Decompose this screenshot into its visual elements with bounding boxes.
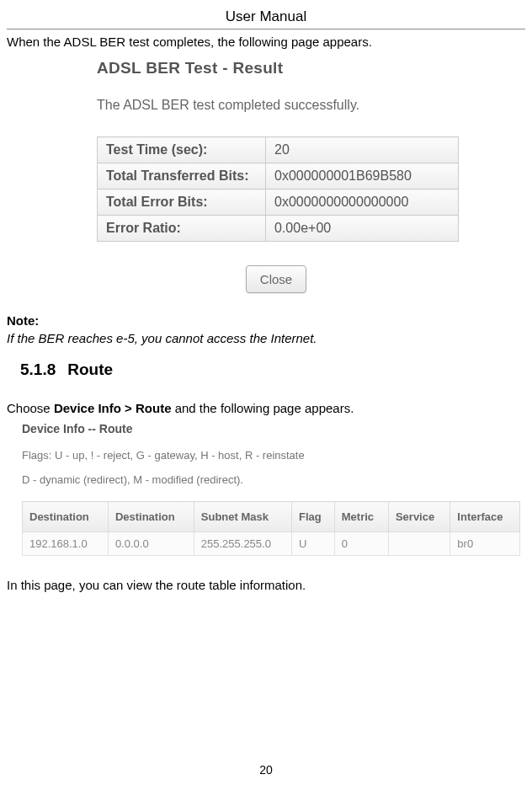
page-number: 20 [0, 763, 532, 777]
route-cell: 192.168.1.0 [23, 532, 109, 556]
ber-row-label: Error Ratio: [98, 216, 266, 242]
ber-result-table: Test Time (sec): 20 Total Transferred Bi… [97, 136, 459, 242]
note-label: Note: [7, 313, 525, 328]
note-text: If the BER reaches e-5, you cannot acces… [7, 331, 525, 345]
route-cell: 255.255.255.0 [194, 532, 291, 556]
route-header-cell: Interface [450, 502, 520, 532]
choose-post: and the following page appears. [172, 401, 354, 415]
choose-bold: Device Info > Route [54, 401, 172, 415]
route-header-row: Destination Destination Subnet Mask Flag… [23, 502, 520, 532]
route-flags-line2: D - dynamic (redirect), M - modified (re… [22, 473, 525, 486]
route-header-cell: Metric [334, 502, 388, 532]
route-header-cell: Flag [292, 502, 335, 532]
route-header-cell: Service [388, 502, 450, 532]
section-heading: 5.1.8Route [7, 360, 525, 379]
route-cell: br0 [450, 532, 520, 556]
ber-row: Test Time (sec): 20 [98, 137, 459, 163]
route-header-cell: Destination [23, 502, 109, 532]
ber-row-label: Test Time (sec): [98, 137, 266, 163]
route-cell: 0.0.0.0 [108, 532, 194, 556]
ber-row-value: 0x000000001B69B580 [266, 163, 459, 190]
route-flags-line1: Flags: U - up, ! - reject, G - gateway, … [22, 449, 525, 462]
page-title: User Manual [7, 5, 525, 29]
route-header-cell: Destination [108, 502, 194, 532]
section-title: Route [67, 360, 113, 378]
close-button[interactable]: Close [246, 265, 306, 293]
ber-row-label: Total Error Bits: [98, 190, 266, 216]
ber-row-label: Total Transferred Bits: [98, 163, 266, 190]
route-cell [388, 532, 450, 556]
ber-row: Total Transferred Bits: 0x000000001B69B5… [98, 163, 459, 190]
ber-row-value: 20 [266, 137, 459, 163]
choose-text: Choose Device Info > Route and the follo… [7, 401, 525, 415]
route-cell: U [292, 532, 335, 556]
route-data-row: 192.168.1.0 0.0.0.0 255.255.255.0 U 0 br… [23, 532, 520, 556]
ber-row: Error Ratio: 0.00e+00 [98, 216, 459, 242]
route-header-cell: Subnet Mask [194, 502, 291, 532]
ber-title: ADSL BER Test - Result [97, 59, 455, 77]
ber-row-value: 0x0000000000000000 [266, 190, 459, 216]
section-number: 5.1.8 [20, 360, 56, 378]
intro-text: When the ADSL BER test completes, the fo… [7, 29, 525, 54]
route-title: Device Info -- Route [22, 422, 525, 435]
ber-result-figure: ADSL BER Test - Result The ADSL BER test… [77, 54, 455, 308]
ber-row: Total Error Bits: 0x0000000000000000 [98, 190, 459, 216]
view-route-text: In this page, you can view the route tab… [7, 578, 525, 592]
route-figure: Device Info -- Route Flags: U - up, ! - … [7, 419, 525, 556]
route-table: Destination Destination Subnet Mask Flag… [22, 501, 520, 556]
ber-success-text: The ADSL BER test completed successfully… [97, 98, 455, 113]
choose-pre: Choose [7, 401, 54, 415]
route-cell: 0 [334, 532, 388, 556]
ber-row-value: 0.00e+00 [266, 216, 459, 242]
